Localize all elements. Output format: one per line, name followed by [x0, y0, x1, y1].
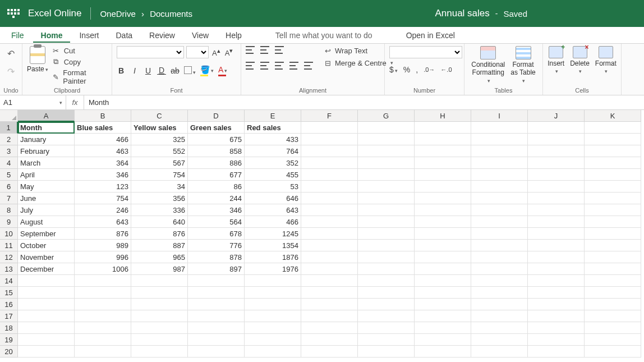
cell-E15[interactable]	[245, 287, 301, 299]
cell-D7[interactable]: 244	[188, 193, 245, 204]
increase-decimal-button[interactable]: .0→	[424, 66, 435, 73]
align-top-button[interactable]	[246, 46, 255, 54]
cell-D4[interactable]: 886	[188, 157, 245, 169]
cell-B20[interactable]	[75, 346, 131, 358]
cell-I14[interactable]	[471, 275, 528, 287]
cell-F19[interactable]	[301, 334, 358, 346]
cell-F4[interactable]	[301, 157, 358, 169]
cell-J10[interactable]	[528, 228, 585, 240]
row-header-1[interactable]: 1	[0, 122, 18, 134]
cell-G14[interactable]	[358, 275, 415, 287]
cell-I6[interactable]	[471, 181, 528, 193]
cell-D9[interactable]: 564	[188, 216, 245, 228]
cell-A10[interactable]: September	[18, 228, 75, 240]
cell-K5[interactable]	[585, 169, 641, 181]
cell-F6[interactable]	[301, 181, 358, 193]
cell-B8[interactable]: 246	[75, 204, 131, 216]
cell-J15[interactable]	[528, 287, 585, 299]
cell-F2[interactable]	[301, 134, 358, 145]
row-header-2[interactable]: 2	[0, 134, 18, 145]
cell-A6[interactable]: May	[18, 181, 75, 193]
cell-K11[interactable]	[585, 240, 641, 251]
cell-A19[interactable]	[18, 334, 75, 346]
delete-cells-button[interactable]: Delete▾	[570, 46, 590, 75]
cell-F9[interactable]	[301, 216, 358, 228]
column-header-I[interactable]: I	[471, 110, 528, 122]
cell-H16[interactable]	[415, 299, 471, 310]
cell-J2[interactable]	[528, 134, 585, 145]
cell-E19[interactable]	[245, 334, 301, 346]
row-header-3[interactable]: 3	[0, 145, 18, 157]
cell-E1[interactable]: Red sales	[245, 122, 301, 134]
cell-B18[interactable]	[75, 322, 131, 334]
cell-I9[interactable]	[471, 216, 528, 228]
cell-A1[interactable]: Month	[18, 122, 75, 134]
decrease-decimal-button[interactable]: ←.0	[440, 66, 452, 73]
cell-G20[interactable]	[358, 346, 415, 358]
cell-C8[interactable]: 336	[131, 204, 188, 216]
cell-D6[interactable]: 86	[188, 181, 245, 193]
cell-G15[interactable]	[358, 287, 415, 299]
cell-B19[interactable]	[75, 334, 131, 346]
cell-E13[interactable]: 1976	[245, 263, 301, 275]
cell-J8[interactable]	[528, 204, 585, 216]
menu-data[interactable]: Data	[108, 28, 140, 43]
cell-F13[interactable]	[301, 263, 358, 275]
cell-G12[interactable]	[358, 251, 415, 263]
cell-H2[interactable]	[415, 134, 471, 145]
cell-A2[interactable]: January	[18, 134, 75, 145]
column-header-H[interactable]: H	[415, 110, 471, 122]
name-box[interactable]: A1▾	[0, 95, 66, 109]
cell-E12[interactable]: 1876	[245, 251, 301, 263]
cell-E16[interactable]	[245, 299, 301, 310]
italic-button[interactable]: I	[130, 66, 139, 75]
cell-K7[interactable]	[585, 193, 641, 204]
column-header-D[interactable]: D	[188, 110, 245, 122]
cell-H19[interactable]	[415, 334, 471, 346]
cell-G5[interactable]	[358, 169, 415, 181]
align-right-button[interactable]	[275, 62, 284, 70]
fill-color-button[interactable]: 🪣▾	[200, 65, 214, 76]
cell-B12[interactable]: 996	[75, 251, 131, 263]
row-header-4[interactable]: 4	[0, 157, 18, 169]
cell-C12[interactable]: 965	[131, 251, 188, 263]
cell-I10[interactable]	[471, 228, 528, 240]
cell-F3[interactable]	[301, 145, 358, 157]
cell-I2[interactable]	[471, 134, 528, 145]
row-header-10[interactable]: 10	[0, 228, 18, 240]
cell-G11[interactable]	[358, 240, 415, 251]
cell-J12[interactable]	[528, 251, 585, 263]
cell-I4[interactable]	[471, 157, 528, 169]
cell-K3[interactable]	[585, 145, 641, 157]
cell-J17[interactable]	[528, 310, 585, 322]
menu-home[interactable]: Home	[33, 28, 71, 43]
cell-H3[interactable]	[415, 145, 471, 157]
cell-D1[interactable]: Green sales	[188, 122, 245, 134]
cell-C3[interactable]: 552	[131, 145, 188, 157]
cell-F12[interactable]	[301, 251, 358, 263]
cell-B2[interactable]: 466	[75, 134, 131, 145]
document-title[interactable]: Annual sales	[435, 8, 489, 19]
cell-J3[interactable]	[528, 145, 585, 157]
cell-C17[interactable]	[131, 310, 188, 322]
paste-button[interactable]: Paste▾	[27, 65, 48, 73]
cell-J16[interactable]	[528, 299, 585, 310]
cell-C19[interactable]	[131, 334, 188, 346]
menu-review[interactable]: Review	[141, 28, 183, 43]
cell-A16[interactable]	[18, 299, 75, 310]
cell-K15[interactable]	[585, 287, 641, 299]
cell-J9[interactable]	[528, 216, 585, 228]
cell-K18[interactable]	[585, 322, 641, 334]
undo-button[interactable]: ↶	[4, 48, 18, 62]
cell-J18[interactable]	[528, 322, 585, 334]
cell-B5[interactable]: 346	[75, 169, 131, 181]
cell-I8[interactable]	[471, 204, 528, 216]
cell-C4[interactable]: 567	[131, 157, 188, 169]
cell-H5[interactable]	[415, 169, 471, 181]
cell-H7[interactable]	[415, 193, 471, 204]
cell-I11[interactable]	[471, 240, 528, 251]
cell-J4[interactable]	[528, 157, 585, 169]
align-bottom-button[interactable]	[275, 46, 284, 54]
cell-F17[interactable]	[301, 310, 358, 322]
cell-H14[interactable]	[415, 275, 471, 287]
